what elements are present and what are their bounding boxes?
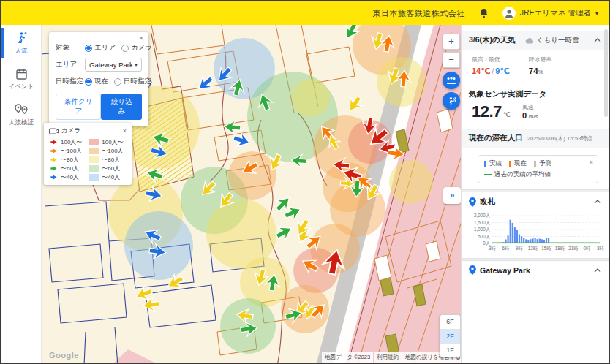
notifications-bell-icon[interactable] (478, 7, 489, 19)
user-avatar-icon (502, 7, 516, 20)
sidebar-item-flow-verification[interactable]: 人流検証 (1, 97, 41, 133)
legend-area-item: 〜80人 (89, 156, 123, 163)
panel-scrollbar[interactable] (604, 29, 608, 117)
map-data-copyright: 地図データ ©2023 (322, 352, 373, 363)
weather-condition: くもり一時雪 (537, 36, 579, 45)
camera-toggle-label[interactable]: カメラ (61, 126, 80, 135)
company-name: 東日本旅客鉄道株式会社 (372, 8, 465, 19)
radio-target-camera[interactable]: カメラ (121, 43, 152, 53)
legend-close-icon[interactable]: × (123, 127, 127, 134)
terms-link[interactable]: 利用規約 (374, 352, 402, 363)
person-sensor-icon (447, 96, 456, 106)
gate-section-header[interactable]: 改札 (462, 192, 609, 211)
precip-label: 降水確率 (529, 56, 552, 64)
map-legend: カメラ × 100人〜〜100人〜80人〜60人〜40人100人〜〜100人〜8… (44, 123, 132, 185)
filter-panel: × 対象 エリア カメラ エリア Gateway Park▾ 日時指定 現在 日… (49, 32, 148, 126)
population-section-header: 現在の滞在人口 2025/03/06(木) 15:53時点 (462, 129, 609, 148)
svg-text:21時: 21時 (568, 246, 579, 251)
floor-2f-button[interactable]: 2F (440, 329, 460, 343)
legend-arrow-item: 〜100人 (49, 147, 82, 154)
svg-text:1,500人: 1,500人 (474, 220, 491, 225)
app-window: 東日本旅客鉄道株式会社 JREエリマネ 管理者 ▾ 人流 イベント 人流検証 (0, 0, 610, 364)
precip-unit: % (538, 69, 543, 75)
panel-collapse-button[interactable]: » (443, 187, 461, 204)
map-canvas[interactable]: × 対象 エリア カメラ エリア Gateway Park▾ 日時指定 現在 日… (42, 25, 464, 363)
gateway-park-section-header[interactable]: Gateway Park (462, 261, 609, 279)
svg-text:1,000人: 1,000人 (474, 227, 491, 232)
population-legend: 実績 現在 予測 過去の実績の平均値 × (478, 155, 598, 183)
map-pins-icon (14, 104, 29, 116)
datetime-label: 日時指定 (56, 77, 85, 86)
legend-forecast-label: 予測 (539, 159, 551, 168)
sidebar-item-label: 人流検証 (9, 118, 34, 127)
svg-text:15時: 15時 (541, 246, 551, 251)
legend-arrow-item: 〜60人 (49, 164, 82, 172)
sensor-title: 気象センサ実測データ (462, 83, 609, 101)
area-select[interactable]: Gateway Park▾ (85, 58, 142, 72)
svg-text:12時: 12時 (528, 246, 538, 251)
map-pin-icon (469, 197, 476, 207)
legend-current-label: 現在 (514, 159, 527, 168)
floor-selector: 6F 2F 1F (440, 314, 461, 357)
area-label: エリア (56, 60, 85, 69)
info-panel: 3/6(木)の天気 くもり一時雪 最高 / 最低 14℃/9℃ 降水確率 74%… (461, 25, 609, 363)
wind-unit: m/s (529, 113, 538, 120)
map-pin-icon (469, 265, 476, 275)
crowd-layer-button[interactable] (443, 72, 460, 89)
chevron-up-icon (594, 200, 601, 204)
wind-value: 0 (522, 111, 527, 120)
google-logo: Google (49, 351, 79, 360)
svg-text:9時: 9時 (516, 246, 524, 251)
population-timestamp: 2025/03/06(木) 15:53時点 (527, 134, 592, 143)
calendar-icon (15, 68, 28, 80)
gateway-park-title: Gateway Park (480, 266, 530, 275)
population-legend-close-icon[interactable]: × (590, 159, 593, 166)
sensor-layer-button[interactable] (443, 92, 460, 110)
cloud-snow-icon (525, 37, 535, 44)
radio-target-area[interactable]: エリア (85, 43, 116, 53)
clear-conditions-button[interactable]: 条件クリア (56, 94, 101, 120)
svg-text:3時: 3時 (489, 246, 497, 251)
svg-text:0時: 0時 (584, 246, 592, 251)
svg-text:2,000人: 2,000人 (474, 213, 491, 218)
legend-area-item: 〜40人 (89, 173, 123, 181)
svg-text:3時: 3時 (597, 246, 605, 251)
precip-value: 74 (529, 67, 538, 75)
camera-icon[interactable] (49, 128, 59, 134)
apply-filter-button[interactable]: 絞り込み (101, 94, 142, 120)
svg-text:500人: 500人 (478, 234, 491, 239)
legend-actual-label: 実績 (489, 159, 502, 168)
legend-arrow-item: 100人〜 (49, 138, 82, 145)
legend-average-label: 過去の実績の平均値 (494, 170, 551, 179)
filter-close-icon[interactable]: × (139, 34, 143, 42)
hilo-label: 最高 / 最低 (472, 56, 510, 64)
svg-text:18時: 18時 (555, 246, 565, 251)
pedestrian-flow-icon (15, 31, 28, 45)
target-label: 対象 (56, 43, 85, 53)
population-title: 現在の滞在人口 (469, 133, 523, 143)
legend-arrow-item: 〜40人 (49, 173, 82, 181)
sidebar-item-events[interactable]: イベント (1, 61, 41, 97)
top-bar: 東日本旅客鉄道株式会社 JREエリマネ 管理者 ▾ (1, 1, 609, 25)
radio-datetime-custom[interactable]: 日時指定 (114, 77, 151, 86)
sidebar-item-people-flow[interactable]: 人流 (1, 25, 41, 61)
weather-section-header[interactable]: 3/6(木)の天気 くもり一時雪 (462, 31, 609, 50)
left-nav: 人流 イベント 人流検証 (1, 25, 42, 363)
gate-population-chart: 2,000人1,500人1,000人500人0人3時6時9時12時15時18時2… (467, 211, 606, 257)
people-group-icon (446, 77, 456, 85)
floor-1f-button[interactable]: 1F (440, 343, 460, 357)
chevron-up-icon (594, 268, 601, 273)
map-zoom-out-button[interactable]: − (443, 52, 460, 68)
user-menu[interactable]: JREエリマネ 管理者 ▾ (502, 7, 598, 20)
radio-datetime-now[interactable]: 現在 (85, 77, 108, 86)
floor-6f-button[interactable]: 6F (440, 315, 460, 329)
caret-down-icon: ▾ (595, 10, 598, 17)
map-zoom-in-button[interactable]: + (443, 34, 460, 50)
sidebar-item-label: 人流 (15, 47, 28, 56)
gate-title: 改札 (480, 197, 495, 207)
low-temp: 9℃ (495, 67, 509, 75)
legend-area-item: 100人〜 (89, 138, 123, 145)
chevron-up-icon (594, 38, 601, 42)
weather-title: 3/6(木)の天気 (469, 35, 516, 45)
legend-arrow-item: 〜80人 (49, 156, 82, 163)
